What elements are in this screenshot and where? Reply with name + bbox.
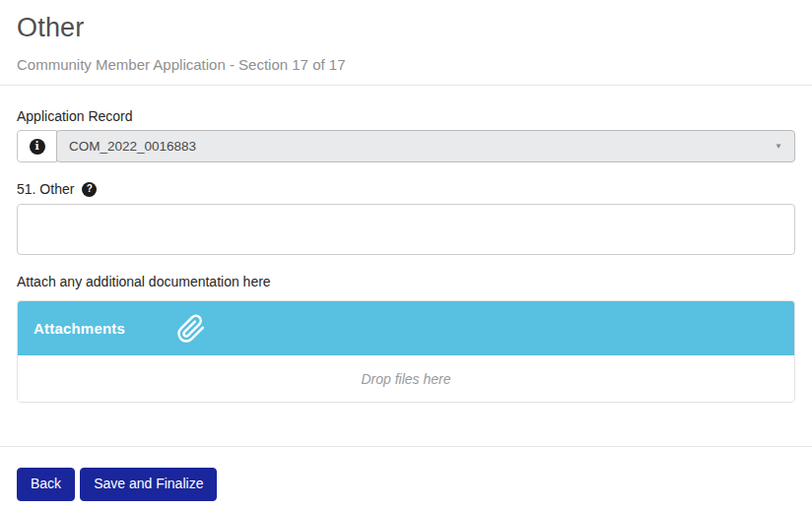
application-record-group: i COM_2022_0016883 ▼ [17, 130, 795, 162]
attachments-title: Attachments [34, 320, 125, 337]
info-circle-icon: i [30, 139, 45, 155]
dropzone-text: Drop files here [361, 371, 450, 387]
other-question-input[interactable] [17, 204, 795, 255]
question-circle-icon[interactable]: ? [82, 182, 97, 197]
other-question-row: 51. Other ? [17, 181, 795, 197]
other-question-label: 51. Other [17, 181, 74, 197]
caret-down-icon: ▼ [775, 142, 782, 151]
save-and-finalize-button[interactable]: Save and Finalize [80, 468, 217, 501]
attachments-instruction: Attach any additional documentation here [17, 274, 795, 289]
form-actions: Back Save and Finalize [17, 468, 795, 501]
page-header: Other Community Member Application - Sec… [0, 13, 812, 73]
attachments-header: Attachments [18, 301, 794, 355]
header-divider [0, 85, 812, 86]
file-dropzone[interactable]: Drop files here [18, 355, 794, 402]
page-title: Other [17, 13, 795, 43]
application-record-select[interactable]: COM_2022_0016883 ▼ [56, 130, 795, 162]
application-record-label: Application Record [17, 108, 795, 124]
paperclip-icon[interactable] [176, 314, 206, 344]
attachments-panel: Attachments Drop files here [17, 300, 795, 403]
footer-divider [0, 446, 812, 447]
back-button[interactable]: Back [17, 468, 75, 501]
form-section: Application Record i COM_2022_0016883 ▼ … [0, 108, 812, 501]
page-subtitle: Community Member Application - Section 1… [17, 56, 795, 73]
application-record-value: COM_2022_0016883 [69, 139, 196, 154]
info-button[interactable]: i [17, 130, 57, 162]
